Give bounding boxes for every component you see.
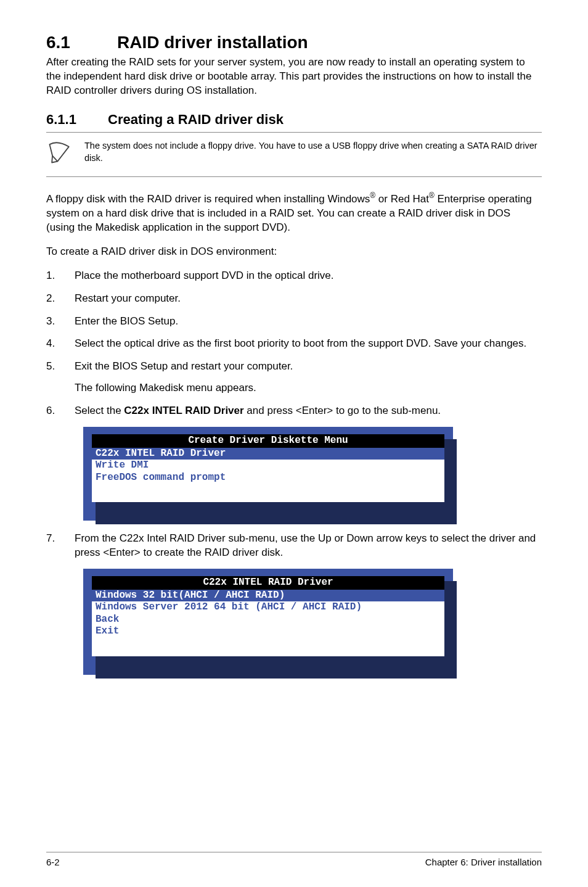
note-text: The system does not include a floppy dri… bbox=[84, 139, 542, 164]
chapter-label: Chapter 6: Driver installation bbox=[425, 856, 542, 868]
step-text-extra: The following Makedisk menu appears. bbox=[75, 381, 542, 395]
step-item: 6. Select the C22x INTEL RAID Driver and… bbox=[46, 404, 542, 418]
note-pen-icon bbox=[46, 139, 73, 170]
step-number: 5. bbox=[46, 360, 75, 395]
paragraph-create: To create a RAID driver disk in DOS envi… bbox=[46, 245, 542, 259]
step-item: 5. Exit the BIOS Setup and restart your … bbox=[46, 360, 542, 395]
menu-item[interactable]: Write DMI bbox=[92, 460, 444, 472]
menu-title: Create Driver Diskette Menu bbox=[92, 434, 444, 448]
menu-selected-item[interactable]: C22x INTEL RAID Driver bbox=[92, 448, 444, 460]
step-number: 2. bbox=[46, 292, 75, 306]
step-text: Place the motherboard support DVD in the… bbox=[75, 269, 542, 283]
step-item: 2. Restart your computer. bbox=[46, 292, 542, 306]
step-number: 6. bbox=[46, 404, 75, 418]
step-number: 4. bbox=[46, 337, 75, 351]
menu-selected-item[interactable]: Windows 32 bit(AHCI / AHCI RAID) bbox=[92, 590, 444, 602]
menu-item-exit[interactable]: Exit bbox=[92, 625, 444, 638]
section-number: 6.1 bbox=[46, 31, 117, 54]
step-text: Select the optical drive as the first bo… bbox=[75, 337, 542, 351]
menu-item[interactable]: Windows Server 2012 64 bit (AHCI / AHCI … bbox=[92, 601, 444, 614]
page-content: 6.1RAID driver installation After creati… bbox=[0, 0, 588, 887]
subsection-number: 6.1.1 bbox=[46, 110, 108, 129]
step-item: 7. From the C22x Intel RAID Driver sub-m… bbox=[46, 532, 542, 560]
step-number: 3. bbox=[46, 315, 75, 329]
step-text: Select the C22x INTEL RAID Driver and pr… bbox=[75, 404, 542, 418]
step-strong: C22x INTEL RAID Driver bbox=[124, 405, 243, 416]
menu-item-back[interactable]: Back bbox=[92, 614, 444, 626]
step-number: 1. bbox=[46, 269, 75, 283]
steps-list-contd: 7. From the C22x Intel RAID Driver sub-m… bbox=[46, 532, 542, 560]
menu-item[interactable]: FreeDOS command prompt bbox=[92, 472, 444, 484]
step-number: 7. bbox=[46, 532, 75, 560]
subsection-heading: 6.1.1Creating a RAID driver disk bbox=[46, 110, 542, 129]
subsection-title: Creating a RAID driver disk bbox=[108, 112, 284, 127]
reg-mark: ® bbox=[370, 191, 375, 200]
step-text: Enter the BIOS Setup. bbox=[75, 315, 542, 329]
section-title: RAID driver installation bbox=[117, 33, 308, 52]
makedisk-menu: Create Driver Diskette Menu C22x INTEL R… bbox=[83, 427, 453, 521]
step-item: 4. Select the optical drive as the first… bbox=[46, 337, 542, 351]
note-box: The system does not include a floppy dri… bbox=[46, 132, 542, 177]
steps-list: 1. Place the motherboard support DVD in … bbox=[46, 269, 542, 419]
step-text: Restart your computer. bbox=[75, 292, 542, 306]
raid-driver-submenu: C22x INTEL RAID Driver Windows 32 bit(AH… bbox=[83, 569, 453, 675]
section-intro: After creating the RAID sets for your se… bbox=[46, 56, 542, 98]
menu-title: C22x INTEL RAID Driver bbox=[92, 576, 444, 590]
page-footer: 6-2 Chapter 6: Driver installation bbox=[46, 852, 542, 868]
section-heading: 6.1RAID driver installation bbox=[46, 31, 542, 54]
step-text: From the C22x Intel RAID Driver sub-menu… bbox=[75, 532, 542, 560]
page-number: 6-2 bbox=[46, 856, 60, 868]
step-item: 1. Place the motherboard support DVD in … bbox=[46, 269, 542, 283]
step-item: 3. Enter the BIOS Setup. bbox=[46, 315, 542, 329]
paragraph-floppy: A floppy disk with the RAID driver is re… bbox=[46, 191, 542, 234]
step-text: Exit the BIOS Setup and restart your com… bbox=[75, 360, 542, 374]
reg-mark: ® bbox=[429, 191, 435, 200]
